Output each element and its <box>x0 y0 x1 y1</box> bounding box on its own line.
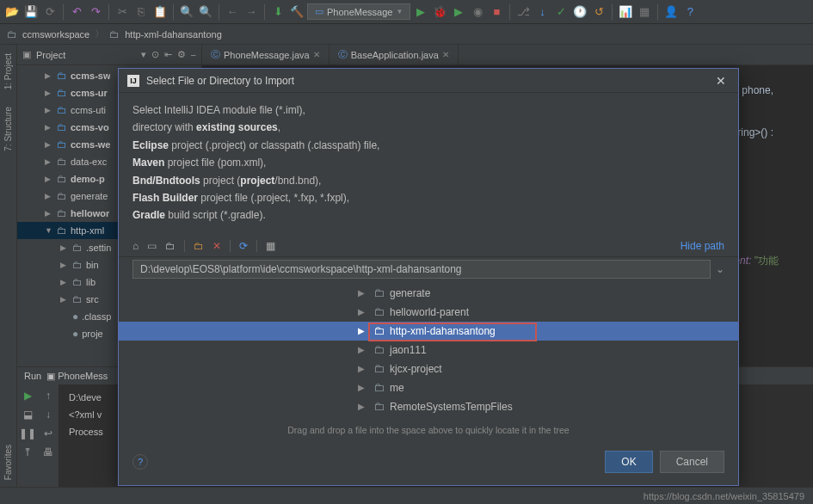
project-root-icon[interactable]: 🗀 <box>165 240 176 252</box>
new-folder-icon[interactable]: 🗀 <box>194 240 204 252</box>
close-icon[interactable]: ✕ <box>712 74 730 88</box>
file-tree-item[interactable]: ▶🗀helloworld-parent <box>119 303 738 322</box>
footer-text: https://blog.csdn.net/weixin_35815479 <box>644 491 804 501</box>
path-input[interactable] <box>132 260 711 279</box>
dialog-hint: Drag and drop a file into the space abov… <box>119 421 738 442</box>
file-tree-item[interactable]: ▶🗀me <box>119 378 738 397</box>
import-dialog: IJ Select File or Directory to Import ✕ … <box>118 68 739 486</box>
dialog-description: Select IntelliJ IDEA module file (*.iml)… <box>119 93 738 237</box>
delete-icon[interactable]: ✕ <box>212 240 221 252</box>
history-dropdown-icon[interactable]: ⌄ <box>716 263 724 275</box>
show-hidden-icon[interactable]: ▦ <box>266 240 275 252</box>
desktop-icon[interactable]: ▭ <box>147 240 157 252</box>
hide-path-link[interactable]: Hide path <box>681 240 724 252</box>
file-tree-item[interactable]: ▶🗀generate <box>119 284 738 303</box>
dialog-title: Select File or Directory to Import <box>146 75 705 87</box>
refresh-icon[interactable]: ⟳ <box>239 240 248 252</box>
file-tree-item[interactable]: ▶🗀kjcx-project <box>119 360 738 378</box>
file-tree-item[interactable]: ▶🗀RemoteSystemsTempFiles <box>119 397 738 416</box>
home-icon[interactable]: ⌂ <box>132 240 139 252</box>
file-tree[interactable]: ▶🗀generate▶🗀helloworld-parent▶🗀http-xml-… <box>119 284 738 421</box>
status-bar: https://blog.csdn.net/weixin_35815479 <box>0 487 813 504</box>
file-tree-item[interactable]: ▶🗀jaon111 <box>119 341 738 360</box>
ok-button[interactable]: OK <box>605 451 652 473</box>
dialog-toolbar: ⌂ ▭ 🗀 🗀 ✕ ⟳ ▦ Hide path <box>119 237 738 257</box>
help-icon[interactable]: ? <box>132 454 148 470</box>
intellij-icon: IJ <box>127 75 139 87</box>
file-tree-item[interactable]: ▶🗀http-xml-dahansantong <box>119 322 738 341</box>
cancel-button[interactable]: Cancel <box>660 451 724 473</box>
